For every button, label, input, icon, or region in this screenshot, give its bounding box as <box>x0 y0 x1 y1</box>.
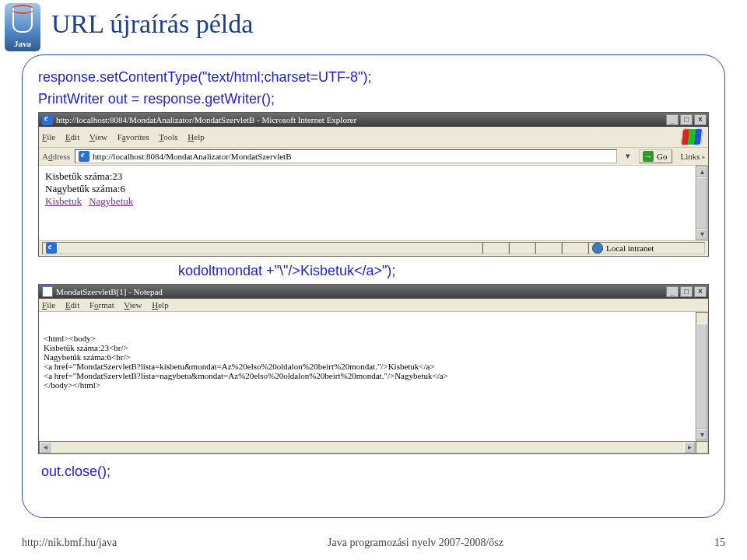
np-menu-format[interactable]: Format <box>89 300 114 310</box>
notepad-text: <html><body> Kisbetűk száma:23<br/> Nagy… <box>44 334 703 404</box>
java-logo: Java <box>5 3 40 51</box>
ie-text-line-2: Nagybetűk száma:6 <box>45 183 702 195</box>
np-minimize-button[interactable]: _ <box>666 286 679 297</box>
np-vertical-scrollbar[interactable]: ▴ ▾ <box>696 312 708 441</box>
code-close-line: out.close(); <box>41 464 709 480</box>
security-zone: Local intranet <box>588 242 705 254</box>
np-menu-view[interactable]: View <box>124 300 142 310</box>
code-line-2: PrintWriter out = response.getWriter(); <box>38 89 709 108</box>
address-dropdown-icon[interactable]: ▾ <box>622 151 634 161</box>
ie-vertical-scrollbar[interactable]: ▴ ▾ <box>696 166 708 240</box>
np-close-button[interactable]: × <box>694 286 707 297</box>
ie-address-bar: Address http://localhost:8084/MondatAnal… <box>39 148 708 166</box>
ie-window: http://localhost:8084/MondatAnalizator/M… <box>38 112 709 257</box>
notepad-titlebar: MondatSzervletB[1] - Notepad _ □ × <box>39 285 708 299</box>
scroll-up-icon[interactable]: ▴ <box>696 166 707 177</box>
np-maximize-button[interactable]: □ <box>680 286 693 297</box>
notepad-content[interactable]: <html><body> Kisbetűk száma:23<br/> Nagy… <box>39 312 708 453</box>
close-button[interactable]: × <box>694 114 707 125</box>
ie-menubar: File Edit View Favorites Tools Help <box>39 127 708 148</box>
window-buttons[interactable]: _ □ × <box>666 114 707 125</box>
ie-menu-view[interactable]: View <box>89 132 107 142</box>
np-menu-edit[interactable]: Edit <box>65 300 79 310</box>
ie-text-line-1: Kisbetűk száma:23 <box>45 170 702 183</box>
ie-menu-file[interactable]: File <box>42 132 55 142</box>
notepad-icon <box>42 286 53 297</box>
np-scroll-thumb[interactable] <box>696 324 707 429</box>
ie-link-nagybetuk[interactable]: Nagybetuk <box>89 195 133 207</box>
status-done-icon <box>46 243 57 254</box>
scroll-thumb[interactable] <box>696 177 707 229</box>
ie-status-bar: Local intranet <box>39 240 708 256</box>
ie-icon <box>42 114 53 125</box>
scroll-down-icon[interactable]: ▾ <box>696 229 707 240</box>
go-arrow-icon: → <box>643 151 654 162</box>
ie-page-content: Kisbetűk száma:23 Nagybetűk száma:6 Kisb… <box>39 166 708 240</box>
np-scroll-corner <box>696 441 708 453</box>
ie-menu-favorites[interactable]: Favorites <box>117 132 149 142</box>
address-input[interactable]: http://localhost:8084/MondatAnalizator/M… <box>75 149 617 163</box>
footer-left: http://nik.bmf.hu/java <box>22 537 117 549</box>
slide-title: URL újraírás példa <box>51 9 253 39</box>
notepad-window: MondatSzervletB[1] - Notepad _ □ × File … <box>38 284 709 454</box>
np-window-buttons[interactable]: _ □ × <box>666 286 707 297</box>
intranet-icon <box>592 243 603 254</box>
ie-title-text: http://localhost:8084/MondatAnalizator/M… <box>56 115 356 124</box>
ie-titlebar: http://localhost:8084/MondatAnalizator/M… <box>39 113 708 127</box>
maximize-button[interactable]: □ <box>680 114 693 125</box>
np-menu-help[interactable]: Help <box>152 300 168 310</box>
notepad-menubar: File Edit Format View Help <box>39 299 708 312</box>
page-icon <box>79 151 89 162</box>
np-scroll-down-icon[interactable]: ▾ <box>696 429 707 440</box>
windows-flag-icon <box>681 128 703 145</box>
np-menu-file[interactable]: File <box>42 300 55 310</box>
np-horizontal-scrollbar[interactable]: ◂ ▸ <box>39 441 696 453</box>
go-button[interactable]: → Go <box>639 149 672 163</box>
code-line-1: response.setContentType("text/html;chars… <box>38 68 709 86</box>
slide-body: response.setContentType("text/html;chars… <box>22 54 725 518</box>
address-label: Address <box>42 152 70 161</box>
ie-menu-tools[interactable]: Tools <box>159 132 177 142</box>
np-scroll-left-icon[interactable]: ◂ <box>40 442 51 453</box>
footer-center: Java programozási nyelv 2007-2008/ősz <box>328 537 503 549</box>
ie-menu-edit[interactable]: Edit <box>65 132 79 142</box>
address-url: http://localhost:8084/MondatAnalizator/M… <box>93 152 291 161</box>
ie-link-kisbetuk[interactable]: Kisbetuk <box>45 195 82 207</box>
code-fragment: kodoltmondat +"\"/>Kisbetuk</a>"); <box>178 263 709 279</box>
minimize-button[interactable]: _ <box>666 114 679 125</box>
slide-footer: http://nik.bmf.hu/java Java programozási… <box>0 537 747 549</box>
ie-menu-help[interactable]: Help <box>188 132 204 142</box>
links-button[interactable]: Links» <box>680 152 705 161</box>
np-scroll-right-icon[interactable]: ▸ <box>684 442 695 453</box>
notepad-title-text: MondatSzervletB[1] - Notepad <box>56 287 163 296</box>
footer-page-number: 15 <box>714 537 725 549</box>
